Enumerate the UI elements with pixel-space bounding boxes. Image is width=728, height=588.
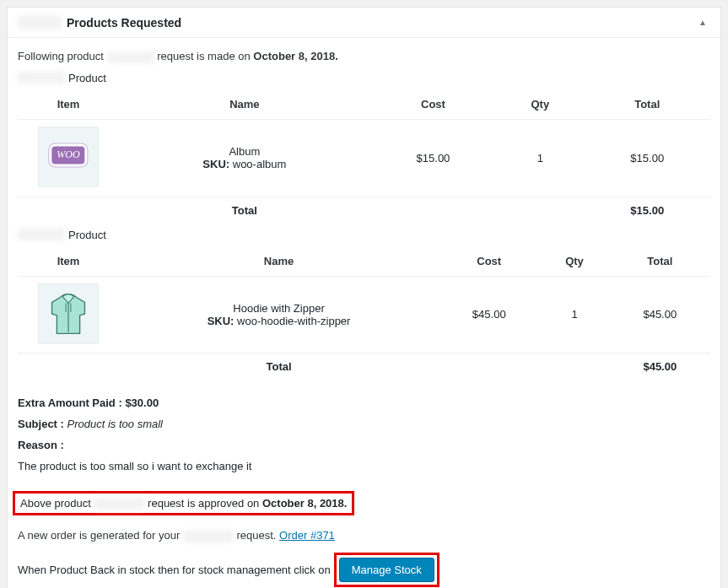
sku-value: woo-album: [233, 158, 287, 170]
total-value: $15.00: [584, 197, 710, 224]
reason-body: The product is too small so i want to ex…: [18, 460, 710, 472]
col-qty: Qty: [539, 246, 609, 277]
new-order-prefix: A new order is generated for your: [18, 529, 180, 542]
product-name: Hoodie with Zipper: [233, 302, 324, 315]
product-section-2: xxxx Product: [18, 229, 710, 241]
stock-line: When Product Back in stock then for stoc…: [18, 553, 710, 587]
total-label: Total: [119, 353, 439, 380]
col-name: Name: [119, 246, 439, 277]
order-link[interactable]: Order #371: [279, 529, 335, 542]
cell-qty: 1: [539, 276, 609, 353]
cell-total: $15.00: [584, 119, 710, 197]
redacted-text: xxxx: [94, 498, 144, 510]
product-thumbnail: [38, 127, 99, 187]
redacted-text: xxxx: [183, 531, 234, 542]
col-cost: Cost: [439, 246, 539, 277]
product-table-2: Item Name Cost Qty Total: [18, 246, 710, 380]
col-item: Item: [18, 246, 119, 277]
cell-name: Hoodie with Zipper SKU: woo-hoodie-with-…: [119, 276, 439, 353]
extra-value: $30.00: [125, 396, 159, 409]
product-thumbnail: [38, 283, 99, 344]
col-total: Total: [584, 89, 710, 120]
product-name: Album: [229, 145, 260, 158]
products-requested-metabox: xxxx Products Requested ▲ Following prod…: [7, 7, 721, 588]
col-name: Name: [119, 89, 370, 120]
redacted-text: xxxx: [18, 16, 62, 30]
metabox-header: xxxx Products Requested ▲: [8, 8, 720, 38]
subject-value: Product is too small: [67, 418, 163, 430]
metabox-content: Following product xxxx request is made o…: [8, 38, 720, 588]
reason-label: Reason :: [18, 439, 710, 451]
redacted-text: xxxx: [107, 51, 154, 63]
total-label: Total: [119, 197, 370, 224]
button-highlight: Manage Stock: [334, 553, 439, 587]
new-order-line: A new order is generated for your xxxx r…: [18, 529, 710, 542]
product-table-1: Item Name Cost Qty Total Album SKU:: [18, 89, 710, 224]
table-total-row: Total $15.00: [18, 197, 710, 224]
subject-line: Subject : Product is too small: [18, 418, 710, 430]
table-row: Album SKU: woo-album $15.00 1 $15.00: [18, 119, 710, 197]
col-total: Total: [610, 246, 710, 277]
collapse-toggle-icon[interactable]: ▲: [695, 14, 710, 30]
intro-date: October 8, 2018.: [253, 50, 337, 62]
stock-prefix: When Product Back in stock then for stoc…: [18, 564, 331, 576]
sku-value: woo-hoodie-with-zipper: [237, 315, 350, 327]
total-value: $45.00: [610, 353, 710, 380]
new-order-suffix: request.: [236, 529, 279, 542]
cell-name: Album SKU: woo-album: [119, 119, 370, 197]
manage-stock-button[interactable]: Manage Stock: [339, 558, 434, 582]
redacted-text: xxxx: [18, 72, 65, 84]
approved-date: October 8, 2018.: [262, 497, 347, 510]
metabox-title: Products Requested: [67, 16, 181, 30]
redacted-text: xxxx: [18, 229, 65, 240]
product-label: Product: [68, 72, 106, 84]
col-cost: Cost: [370, 89, 497, 120]
cell-thumb: [18, 276, 119, 353]
cell-thumb: [18, 119, 119, 197]
col-qty: Qty: [496, 89, 584, 120]
table-row: Hoodie with Zipper SKU: woo-hoodie-with-…: [18, 276, 710, 353]
approved-prefix: Above product: [20, 497, 91, 510]
cell-qty: 1: [496, 119, 584, 197]
approved-highlight: Above product xxxx request is approved o…: [13, 491, 354, 516]
product-label: Product: [68, 229, 106, 241]
product-section-1: xxxx Product: [18, 72, 710, 84]
cell-cost: $15.00: [370, 119, 497, 197]
sku-label: SKU:: [208, 315, 235, 327]
cell-cost: $45.00: [439, 276, 539, 353]
intro-prefix: Following product: [18, 50, 104, 62]
table-total-row: Total $45.00: [18, 353, 710, 380]
approved-mid: request is approved on: [148, 497, 262, 510]
extra-label: Extra Amount Paid :: [18, 396, 122, 409]
subject-label: Subject :: [18, 418, 64, 430]
intro-mid: request is made on: [157, 50, 253, 62]
extra-amount-line: Extra Amount Paid : $30.00: [18, 396, 710, 409]
intro-line: Following product xxxx request is made o…: [18, 50, 710, 63]
col-item: Item: [18, 89, 119, 120]
cell-total: $45.00: [610, 276, 710, 353]
sku-label: SKU:: [202, 158, 229, 170]
